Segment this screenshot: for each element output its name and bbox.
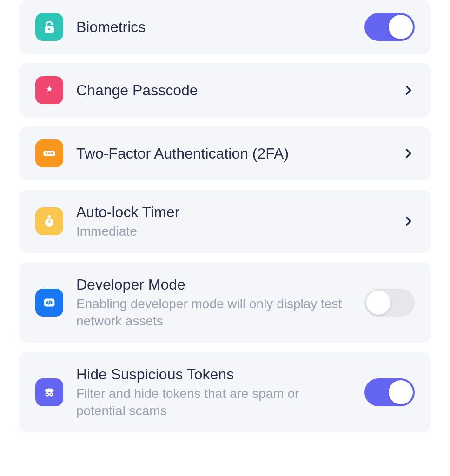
row-text: Two-Factor Authentication (2FA) <box>76 144 389 163</box>
chevron-right-icon <box>402 147 415 160</box>
row-text: Biometrics <box>76 18 351 36</box>
row-two-factor[interactable]: Two-Factor Authentication (2FA) <box>19 126 431 180</box>
hide-suspicious-toggle[interactable] <box>364 378 415 406</box>
row-subtitle: Enabling developer mode will only displa… <box>76 296 351 330</box>
timer-icon <box>35 207 63 235</box>
two-factor-icon <box>35 139 63 167</box>
svg-point-15 <box>46 393 48 395</box>
developer-mode-toggle[interactable] <box>364 289 415 317</box>
row-auto-lock[interactable]: Auto-lock Timer Immediate <box>19 190 431 253</box>
svg-point-4 <box>48 152 50 154</box>
row-biometrics[interactable]: Biometrics <box>19 0 431 54</box>
row-text: Auto-lock Timer Immediate <box>76 203 389 240</box>
row-text: Hide Suspicious Tokens Filter and hide t… <box>76 365 351 419</box>
row-title: Two-Factor Authentication (2FA) <box>76 144 389 163</box>
incognito-icon <box>35 378 63 406</box>
svg-point-1 <box>48 28 51 31</box>
svg-point-5 <box>51 152 53 154</box>
row-subtitle: Immediate <box>76 223 389 240</box>
row-hide-suspicious[interactable]: Hide Suspicious Tokens Filter and hide t… <box>19 352 431 432</box>
row-title: Developer Mode <box>76 275 351 294</box>
svg-point-16 <box>51 393 52 395</box>
chevron-right-icon <box>402 215 415 228</box>
row-developer-mode[interactable]: Developer Mode Enabling developer mode w… <box>19 262 431 343</box>
row-change-passcode[interactable]: Change Passcode <box>19 63 431 117</box>
row-subtitle: Filter and hide tokens that are spam or … <box>76 385 351 419</box>
row-title: Hide Suspicious Tokens <box>76 365 351 383</box>
chevron-right-icon <box>402 84 415 97</box>
svg-point-11 <box>45 388 54 392</box>
passcode-icon <box>35 76 63 104</box>
row-title: Biometrics <box>76 18 351 36</box>
row-title: Auto-lock Timer <box>76 203 389 221</box>
code-icon <box>35 289 63 317</box>
row-title: Change Passcode <box>76 81 389 99</box>
row-text: Developer Mode Enabling developer mode w… <box>76 275 351 330</box>
row-text: Change Passcode <box>76 81 389 99</box>
svg-rect-7 <box>47 215 51 217</box>
settings-list: Biometrics Change Passcode <box>19 0 431 432</box>
unlock-icon <box>35 13 63 41</box>
svg-rect-14 <box>49 393 50 394</box>
biometrics-toggle[interactable] <box>364 13 415 41</box>
svg-point-3 <box>46 152 47 154</box>
